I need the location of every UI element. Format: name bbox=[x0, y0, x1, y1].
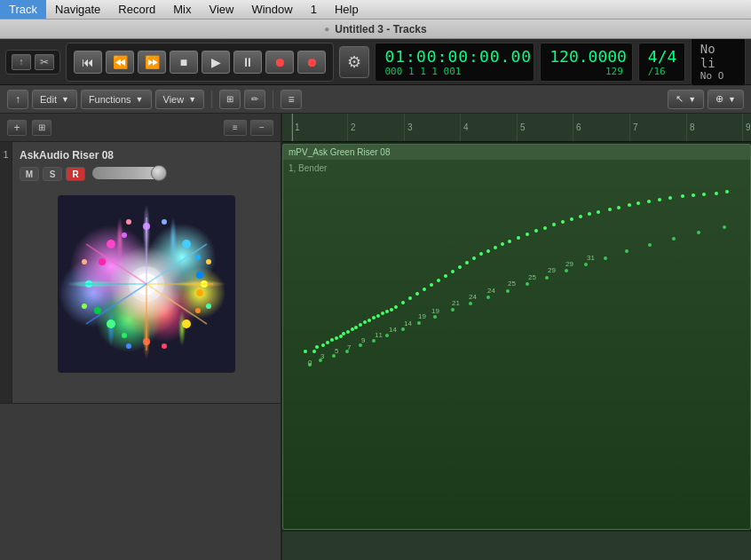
volume-knob[interactable] bbox=[151, 165, 167, 181]
track-msrb-buttons: M S R bbox=[20, 167, 273, 181]
snap-icon-btn[interactable]: ⊞ bbox=[219, 90, 241, 109]
svg-point-57 bbox=[415, 292, 419, 296]
settings-button[interactable]: ⚙ bbox=[339, 46, 369, 78]
region-name: mPV_Ask Green Riser 08 bbox=[289, 147, 391, 157]
svg-point-78 bbox=[579, 215, 582, 218]
zoom-btn[interactable]: ⊕ ▼ bbox=[708, 90, 744, 109]
time-display[interactable]: 01:00:00:00.00 000 1 1 1 001 bbox=[375, 43, 534, 82]
menu-window[interactable]: Window bbox=[242, 0, 301, 19]
time-sig-sub: /16 bbox=[648, 66, 676, 77]
svg-point-101 bbox=[417, 321, 421, 325]
svg-point-10 bbox=[94, 307, 101, 314]
svg-point-40 bbox=[335, 336, 338, 340]
fast-forward-button[interactable]: ⏩ bbox=[138, 51, 166, 74]
svg-point-48 bbox=[368, 319, 371, 322]
svg-line-30 bbox=[86, 284, 146, 324]
add-track-up-button[interactable]: ↑ bbox=[7, 90, 28, 109]
pause-button[interactable]: ⏸ bbox=[233, 51, 262, 74]
svg-point-35 bbox=[312, 350, 316, 353]
svg-point-24 bbox=[82, 259, 87, 264]
timeline-ruler[interactable]: 1 2 3 4 5 6 7 8 9 bbox=[282, 114, 751, 142]
menu-mix[interactable]: Mix bbox=[164, 0, 200, 19]
svg-point-90 bbox=[702, 193, 706, 196]
track-region-area: mPV_Ask Green Riser 08 1, Bender bbox=[282, 142, 751, 532]
svg-point-103 bbox=[451, 308, 455, 312]
svg-point-38 bbox=[326, 341, 329, 344]
tempo-display[interactable]: 120.0000 129 bbox=[540, 43, 633, 82]
add-track-button[interactable]: + bbox=[7, 120, 27, 136]
view-button[interactable]: View ▼ bbox=[155, 90, 205, 109]
edit-chevron-icon: ▼ bbox=[61, 95, 69, 104]
svg-point-7 bbox=[196, 272, 203, 279]
menu-1[interactable]: 1 bbox=[302, 0, 326, 19]
toolbar-right: ↖ ▼ ⊕ ▼ bbox=[668, 90, 744, 109]
edit-label: Edit bbox=[40, 94, 57, 105]
functions-chevron-icon: ▼ bbox=[136, 95, 144, 104]
svg-point-112 bbox=[625, 249, 628, 253]
svg-point-56 bbox=[408, 296, 412, 300]
record-button[interactable]: ⏺ bbox=[297, 51, 326, 74]
add-folder-button[interactable]: ⊞ bbox=[32, 120, 51, 136]
view-label: View bbox=[163, 94, 185, 105]
svg-point-37 bbox=[321, 343, 325, 347]
menu-view[interactable]: View bbox=[200, 0, 242, 19]
svg-point-12 bbox=[195, 308, 201, 313]
svg-point-113 bbox=[648, 243, 652, 247]
rewind-icon: ⏪ bbox=[113, 55, 128, 69]
timecode-sub-display: 000 1 1 1 001 bbox=[384, 66, 525, 77]
svg-text:14: 14 bbox=[389, 326, 397, 334]
svg-point-79 bbox=[588, 212, 591, 216]
scissors-icon[interactable]: ✂ bbox=[35, 54, 54, 70]
svg-point-22 bbox=[162, 343, 167, 349]
rewind-button[interactable]: ⏪ bbox=[106, 51, 134, 74]
key-display[interactable]: No li No O bbox=[691, 37, 746, 86]
svg-point-87 bbox=[668, 196, 672, 200]
edit-tool-btn[interactable]: ✏ bbox=[244, 90, 265, 109]
ruler-mark-7: 7 bbox=[629, 114, 638, 141]
svg-point-45 bbox=[354, 326, 358, 329]
arrow-up-icon[interactable]: ↑ bbox=[12, 54, 31, 70]
edit-button[interactable]: Edit ▼ bbox=[32, 90, 77, 109]
track-filter-button[interactable]: ≡ bbox=[224, 120, 247, 136]
toolbar: ↑ Edit ▼ Functions ▼ View ▼ ⊞ ✏ ≡ ↖ ▼ ⊕ … bbox=[0, 85, 751, 114]
menu-help[interactable]: Help bbox=[326, 0, 368, 19]
menu-record[interactable]: Record bbox=[109, 0, 164, 19]
ruler-mark-9: 9 bbox=[742, 114, 751, 141]
cursor-tool-btn[interactable]: ↖ ▼ bbox=[668, 90, 704, 109]
svg-point-2 bbox=[107, 240, 115, 248]
rewind-to-start-button[interactable]: ⏮ bbox=[74, 51, 102, 74]
solo-button[interactable]: S bbox=[43, 167, 62, 181]
svg-text:24: 24 bbox=[469, 293, 477, 301]
title-icon: ● bbox=[324, 24, 329, 34]
window-title: Untitled 3 - Tracks bbox=[335, 23, 426, 35]
svg-text:0: 0 bbox=[308, 359, 312, 367]
volume-fader[interactable] bbox=[92, 167, 163, 179]
svg-point-85 bbox=[647, 200, 651, 203]
svg-point-42 bbox=[342, 332, 345, 335]
time-signature-display[interactable]: 4/4 /16 bbox=[638, 43, 685, 82]
svg-point-98 bbox=[372, 339, 376, 343]
track-number: 1 bbox=[0, 142, 12, 403]
svg-point-44 bbox=[351, 327, 354, 331]
play-icon: ▶ bbox=[211, 55, 221, 69]
menu-navigate[interactable]: Navigate bbox=[46, 0, 109, 19]
svg-point-115 bbox=[697, 231, 700, 234]
svg-point-107 bbox=[526, 282, 529, 286]
track-item: 1 AskAudio Riser 08 M S R bbox=[0, 142, 281, 404]
separator bbox=[211, 91, 212, 108]
track-collapse-button[interactable]: − bbox=[250, 120, 273, 136]
record-enable-button[interactable]: R bbox=[66, 167, 85, 181]
midi-region[interactable]: mPV_Ask Green Riser 08 1, Bender bbox=[282, 144, 751, 530]
filter-btn[interactable]: ≡ bbox=[281, 90, 302, 109]
play-button[interactable]: ▶ bbox=[202, 51, 230, 74]
mute-button[interactable]: M bbox=[20, 167, 39, 181]
functions-button[interactable]: Functions ▼ bbox=[81, 90, 152, 109]
record-arm-button[interactable]: ⏺ bbox=[265, 51, 294, 74]
stop-button[interactable]: ■ bbox=[170, 51, 198, 74]
svg-point-91 bbox=[715, 192, 718, 195]
svg-point-47 bbox=[363, 320, 367, 324]
svg-text:19: 19 bbox=[418, 312, 426, 320]
svg-point-63 bbox=[458, 265, 462, 269]
menu-track[interactable]: Track bbox=[0, 0, 46, 19]
svg-point-51 bbox=[381, 312, 384, 315]
